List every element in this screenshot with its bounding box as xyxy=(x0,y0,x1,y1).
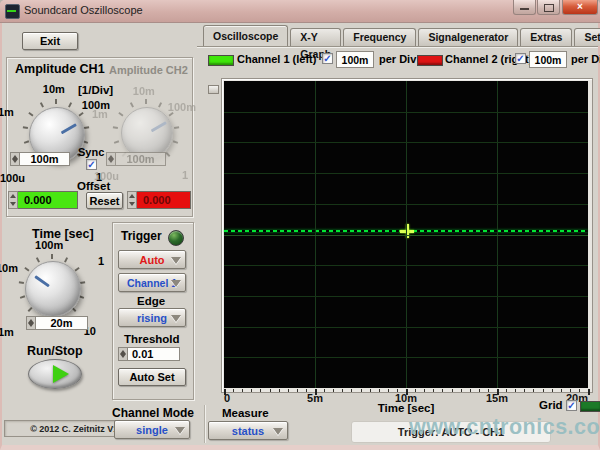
grid-label: Grid xyxy=(539,399,563,411)
run-stop-button[interactable] xyxy=(28,359,82,389)
measure-dropdown[interactable]: status xyxy=(208,421,288,440)
dropdown-arrow-icon xyxy=(175,427,185,434)
threshold-label: Threshold xyxy=(124,333,180,345)
trigger-channel-dropdown[interactable]: Channel 1 xyxy=(118,273,186,292)
sync-checkbox[interactable]: ✓ xyxy=(86,159,97,170)
crosshair-icon[interactable] xyxy=(400,224,414,238)
x-tick-label: 5m xyxy=(307,392,323,404)
grid-checkbox[interactable]: ✓ xyxy=(566,400,577,411)
grid-color-swatch[interactable] xyxy=(580,401,600,412)
spinner-arrows-icon[interactable] xyxy=(26,316,36,330)
trigger-label: Trigger xyxy=(121,229,162,243)
plot-scroll-marker[interactable] xyxy=(208,85,219,94)
knob-scale-label: 1 xyxy=(182,169,188,181)
knob-scale-label: 1m xyxy=(0,326,14,338)
knob-pointer xyxy=(34,276,49,288)
offset-label: Offset xyxy=(77,180,110,192)
auto-set-button[interactable]: Auto Set xyxy=(118,368,186,386)
tab-divider xyxy=(197,46,598,48)
channel1-checkbox[interactable]: ✓ xyxy=(322,53,333,64)
knob-scale-label: 10m xyxy=(0,262,18,274)
watermark: www.cntronics.com xyxy=(409,415,600,440)
tab-extras[interactable]: Extras xyxy=(520,28,572,46)
channel1-scale-dropdown[interactable]: 100m xyxy=(336,51,374,68)
threshold-value[interactable]: 0.01 xyxy=(118,347,180,361)
x-axis-title: Time [sec] xyxy=(326,402,486,414)
channel-mode-dropdown[interactable]: single xyxy=(114,420,190,439)
tab-settings[interactable]: Settings xyxy=(574,28,600,46)
channel1-color-swatch[interactable] xyxy=(208,55,234,66)
plot-area[interactable] xyxy=(224,81,588,388)
spinner-arrows-icon[interactable] xyxy=(118,347,128,361)
knob-pointer xyxy=(151,121,167,132)
dropdown-arrow-icon xyxy=(273,428,283,435)
offset-ch2[interactable]: 0.000 xyxy=(127,191,191,209)
channel2-color-swatch[interactable] xyxy=(417,55,443,66)
tab-bar: Oscilloscope X-Y Graph Frequency Signalg… xyxy=(203,27,600,46)
measure-label: Measure xyxy=(222,407,269,419)
channel1-label: Channel 1 (left) xyxy=(237,53,316,65)
knob-scale-label: 100m xyxy=(35,239,63,251)
amplitude-ch1-value[interactable]: 100m xyxy=(10,152,70,166)
knob-pointer xyxy=(61,123,77,134)
spinner-arrows-icon[interactable] xyxy=(106,152,116,166)
channel2-per-div-label: per Div xyxy=(571,53,600,65)
channel-mode-label: Channel Mode xyxy=(112,406,194,420)
dropdown-arrow-icon xyxy=(171,280,181,287)
knob-scale-label: 100u xyxy=(0,172,25,184)
time-value[interactable]: 20m xyxy=(26,316,88,330)
amplitude-ch1-label: Amplitude CH1 xyxy=(15,62,105,76)
title-bar[interactable]: Soundcard Oszilloscope × xyxy=(0,0,600,23)
edge-dropdown[interactable]: rising xyxy=(118,308,186,327)
channel2-checkbox[interactable]: ✓ xyxy=(515,53,526,64)
run-stop-label: Run/Stop xyxy=(27,344,83,358)
minimize-icon[interactable] xyxy=(513,0,536,15)
app-icon xyxy=(5,4,20,19)
edge-label: Edge xyxy=(137,295,165,307)
knob-scale-label: 1 xyxy=(98,255,104,267)
knob-scale-label: 10m xyxy=(133,85,155,97)
tab-oscilloscope[interactable]: Oscilloscope xyxy=(203,25,288,46)
knob-scale-label: 1m xyxy=(0,106,14,118)
play-icon xyxy=(53,365,69,383)
channel2-scale-dropdown[interactable]: 100m xyxy=(529,51,567,68)
tab-signalgenerator[interactable]: Signalgenerator xyxy=(418,28,518,46)
dropdown-arrow-icon xyxy=(171,315,181,322)
knob-scale-label: 1m xyxy=(92,108,108,120)
x-tick-label: 0 xyxy=(224,392,230,404)
window-title: Soundcard Oszilloscope xyxy=(24,4,143,16)
channel1-per-div-label: per Div xyxy=(379,53,416,65)
exit-button[interactable]: Exit xyxy=(22,32,78,50)
offset-reset-button[interactable]: Reset xyxy=(86,192,123,209)
app-window: Soundcard Oszilloscope × Exit Amplitude … xyxy=(0,0,600,450)
spinner-arrows-icon[interactable] xyxy=(10,152,20,166)
offset-ch1[interactable]: 0.000 xyxy=(8,191,78,209)
sync-label: Sync xyxy=(78,146,104,158)
x-tick-label: 15m xyxy=(486,392,508,404)
tab-xy-graph[interactable]: X-Y Graph xyxy=(290,28,341,46)
spinner-arrows-icon[interactable] xyxy=(8,191,18,209)
amplitude-ch2-label: Amplitude CH2 xyxy=(109,64,188,76)
offset-ch2-value: 0.000 xyxy=(137,191,191,209)
trigger-mode-dropdown[interactable]: Auto xyxy=(118,250,186,269)
close-icon[interactable]: × xyxy=(562,0,598,15)
spinner-arrows-icon[interactable] xyxy=(127,191,137,209)
tab-frequency[interactable]: Frequency xyxy=(343,28,416,46)
bottom-divider xyxy=(204,405,205,443)
knob-scale-label: 10m xyxy=(43,83,65,95)
offset-ch1-value: 0.000 xyxy=(18,191,78,209)
dropdown-arrow-icon xyxy=(171,257,181,264)
amplitude-ch2-value[interactable]: 100m xyxy=(106,152,166,166)
trigger-led-icon xyxy=(168,230,184,246)
maximize-icon[interactable] xyxy=(537,0,560,15)
knob-dial[interactable] xyxy=(25,261,81,317)
